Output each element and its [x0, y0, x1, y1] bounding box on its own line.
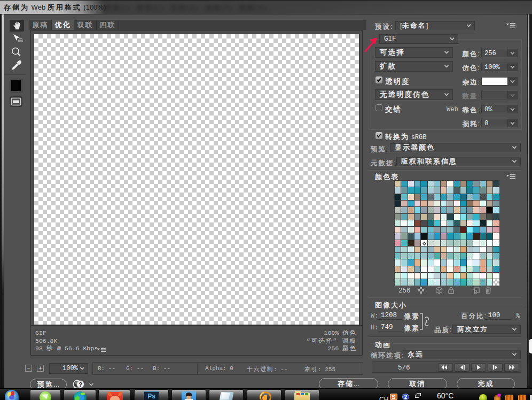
svg-text:?: ? [79, 381, 82, 388]
